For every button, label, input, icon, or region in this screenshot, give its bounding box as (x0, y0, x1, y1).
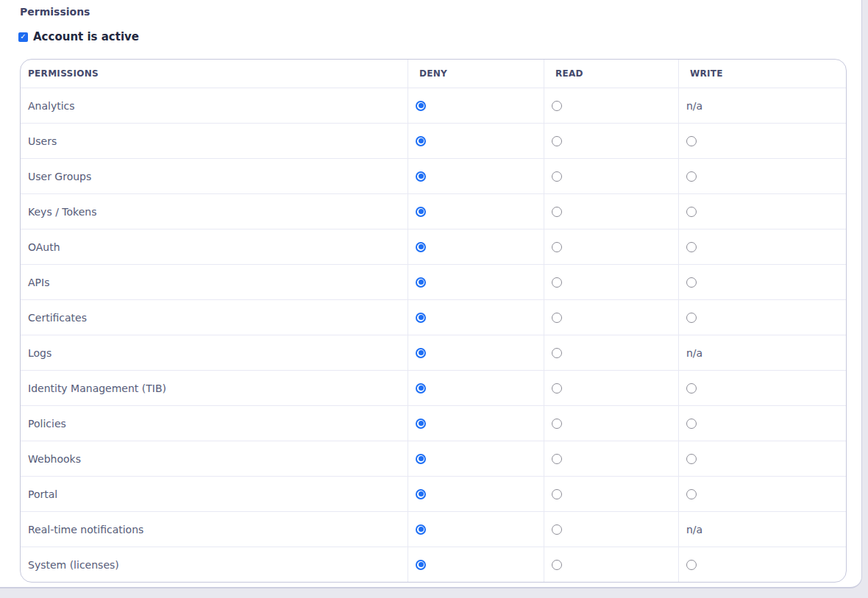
write-cell (678, 229, 846, 264)
table-row: User Groups (21, 158, 846, 193)
read-cell (544, 229, 678, 264)
deny-cell (408, 159, 544, 193)
write-radio[interactable] (686, 277, 697, 288)
permission-label: Logs (21, 335, 408, 370)
permission-label: Users (21, 124, 408, 158)
write-na-label: n/a (686, 347, 702, 359)
read-cell (544, 194, 678, 229)
permission-label: Identity Management (TIB) (21, 371, 408, 405)
checkmark-icon: ✓ (20, 33, 26, 40)
read-radio[interactable] (552, 136, 562, 146)
column-header-deny: DENY (408, 60, 544, 88)
deny-radio[interactable] (416, 454, 426, 464)
deny-radio[interactable] (416, 560, 426, 570)
write-radio[interactable] (686, 560, 697, 570)
table-row: Keys / Tokens (21, 193, 846, 229)
permission-label: Keys / Tokens (21, 194, 408, 229)
table-row: Logsn/a (21, 335, 846, 370)
read-radio[interactable] (552, 101, 562, 111)
read-cell (544, 335, 678, 370)
read-cell (544, 88, 678, 123)
deny-radio[interactable] (416, 489, 426, 499)
write-cell (678, 547, 846, 582)
permission-label: Webhooks (21, 441, 408, 476)
column-header-read: READ (544, 60, 678, 88)
read-radio[interactable] (552, 171, 562, 182)
read-radio[interactable] (552, 454, 562, 464)
permission-label: Real-time notifications (21, 512, 408, 547)
read-radio[interactable] (552, 419, 562, 429)
deny-radio[interactable] (416, 419, 426, 429)
write-cell: n/a (678, 88, 846, 123)
permissions-table: PERMISSIONS DENY READ WRITE Analyticsn/a… (20, 59, 847, 583)
write-cell (678, 441, 846, 476)
account-active-row[interactable]: ✓ Account is active (18, 30, 861, 43)
deny-radio[interactable] (416, 524, 426, 535)
read-radio[interactable] (552, 277, 562, 288)
deny-radio[interactable] (416, 171, 426, 182)
deny-radio[interactable] (416, 242, 426, 252)
deny-radio[interactable] (416, 277, 426, 288)
read-radio[interactable] (552, 348, 562, 358)
write-cell (678, 124, 846, 158)
read-cell (544, 265, 678, 299)
deny-cell (408, 229, 544, 264)
write-radio[interactable] (686, 489, 697, 499)
table-body: Analyticsn/aUsersUser GroupsKeys / Token… (21, 88, 846, 582)
deny-cell (408, 335, 544, 370)
deny-radio[interactable] (416, 383, 426, 394)
read-radio[interactable] (552, 242, 562, 252)
read-cell (544, 159, 678, 193)
read-cell (544, 512, 678, 547)
write-radio[interactable] (686, 419, 697, 429)
write-na-label: n/a (686, 100, 702, 112)
table-row: Policies (21, 405, 846, 441)
read-radio[interactable] (552, 524, 562, 535)
read-radio[interactable] (552, 560, 562, 570)
read-radio[interactable] (552, 313, 562, 323)
deny-radio[interactable] (416, 348, 426, 358)
deny-cell (408, 441, 544, 476)
deny-radio[interactable] (416, 313, 426, 323)
deny-radio[interactable] (416, 207, 426, 217)
write-cell (678, 159, 846, 193)
permission-label: Analytics (21, 88, 408, 123)
read-cell (544, 300, 678, 335)
deny-cell (408, 194, 544, 229)
write-cell: n/a (678, 512, 846, 547)
deny-cell (408, 88, 544, 123)
deny-cell (408, 477, 544, 511)
permission-label: Portal (21, 477, 408, 511)
deny-radio[interactable] (416, 136, 426, 146)
write-radio[interactable] (686, 242, 697, 252)
table-row: OAuth (21, 229, 846, 264)
write-cell (678, 300, 846, 335)
table-row: Users (21, 123, 846, 158)
read-radio[interactable] (552, 207, 562, 217)
read-radio[interactable] (552, 383, 562, 394)
write-radio[interactable] (686, 454, 697, 464)
write-na-label: n/a (686, 524, 702, 535)
write-cell (678, 371, 846, 405)
deny-cell (408, 406, 544, 441)
write-radio[interactable] (686, 383, 697, 394)
column-header-permissions: PERMISSIONS (21, 60, 408, 88)
deny-cell (408, 547, 544, 582)
deny-radio[interactable] (416, 101, 426, 111)
main-panel: Permissions ✓ Account is active PERMISSI… (0, 0, 862, 588)
write-radio[interactable] (686, 171, 697, 182)
table-row: APIs (21, 264, 846, 299)
read-cell (544, 477, 678, 511)
write-radio[interactable] (686, 313, 697, 323)
account-active-checkbox[interactable]: ✓ (18, 32, 28, 42)
permission-label: User Groups (21, 159, 408, 193)
read-cell (544, 124, 678, 158)
table-row: Real-time notificationsn/a (21, 511, 846, 547)
write-cell (678, 477, 846, 511)
table-row: Analyticsn/a (21, 88, 846, 123)
read-radio[interactable] (552, 489, 562, 499)
write-radio[interactable] (686, 136, 697, 146)
write-cell (678, 265, 846, 299)
write-radio[interactable] (686, 207, 697, 217)
permission-label: APIs (21, 265, 408, 299)
